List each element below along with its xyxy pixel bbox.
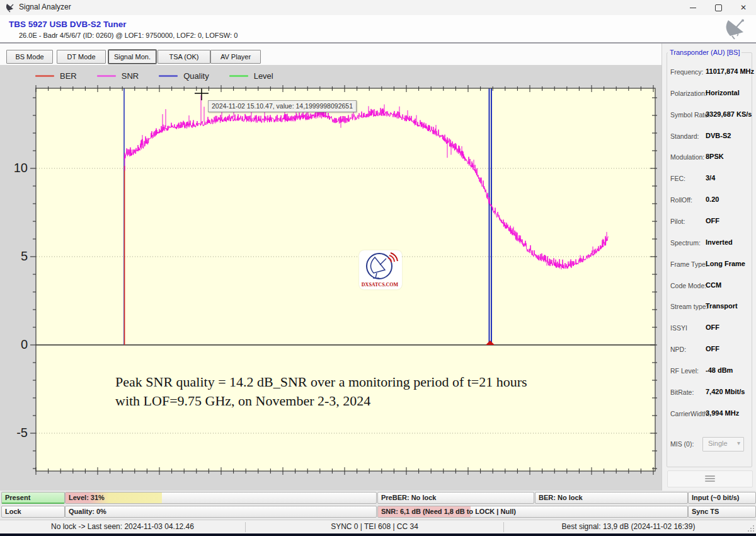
snr-monitoring-plot <box>0 65 662 491</box>
statusbar-best-signal: Best signal: 13,9 dB (2024-11-02 16:39) <box>504 520 753 534</box>
maximize-button[interactable] <box>706 0 731 15</box>
syncts-label: Sync TS <box>692 506 719 517</box>
minimize-icon <box>690 8 696 8</box>
signal-chart-region: BERSNRQualityLevel 1050-5 2024-11-02 15.… <box>0 65 662 491</box>
tab-signal-mon[interactable]: Signal Mon. <box>108 50 156 64</box>
header: TBS 5927 USB DVB-S2 Tuner 26.0E - Badr 4… <box>0 15 756 44</box>
window-bottom-edge <box>0 533 756 536</box>
satellite-dish-icon <box>722 16 750 40</box>
annotation-line-2: with LOF=9.75 GHz, on November 2-3, 2024 <box>115 392 527 411</box>
transponder-sidebar: Transponder (AU) [BS] Frequency:11017,87… <box>662 44 756 491</box>
field-value-carrierwidth: 3,994 MHz <box>706 409 739 417</box>
status-bar: No lock -> Last seen: 2024-11-03 04.12.4… <box>0 520 756 533</box>
field-label-modulation: Modulation: <box>670 153 704 161</box>
logo-text: DXSATCS.COM <box>362 282 399 288</box>
level-indicator: Level: 31% <box>65 492 377 504</box>
tab-tsa-ok[interactable]: TSA (OK) <box>158 50 210 64</box>
field-label-stream-type: Stream type: <box>670 303 708 310</box>
y-axis-label: 10 <box>5 161 28 175</box>
mis-row: MIS (0): Single ▾ <box>662 437 756 452</box>
statusbar-lock-status: No lock -> Last seen: 2024-11-03 04.12.4… <box>0 520 245 534</box>
signal-status-panel-area: PresentLevel: 31%PreBER: No lockBER: No … <box>0 491 756 520</box>
field-value-pilot: OFF <box>706 217 719 224</box>
resize-grip[interactable] <box>747 525 755 532</box>
field-value-symbol-rate: 3329,687 KS/s <box>706 110 752 118</box>
field-label-fec: FEC: <box>670 175 685 182</box>
input-indicator: Input (~0 bit/s) <box>688 492 756 504</box>
field-value-rf-level: -48 dBm <box>706 366 733 374</box>
maximize-icon <box>715 4 722 11</box>
lock-label: Lock <box>5 506 21 517</box>
y-axis-label: 5 <box>5 249 28 264</box>
field-value-rolloff: 0.20 <box>706 195 719 203</box>
tab-av-player[interactable]: AV Player <box>210 50 261 64</box>
statusbar-sync-status: SYNC 0 | TEI 608 | CC 34 <box>246 520 503 534</box>
field-label-rolloff: RollOff: <box>670 196 692 204</box>
snr-label: SNR: 6,1 dB (Need 1,8 dB to LOCK | Null) <box>381 506 516 517</box>
snr-indicator: SNR: 6,1 dB (Need 1,8 dB to LOCK | Null) <box>377 506 688 518</box>
peak-snr-annotation: Peak SNR quality = 14.2 dB_SNR over a mo… <box>115 373 527 411</box>
field-value-frame-type: Long Frame <box>706 260 745 267</box>
tab-bar: BS ModeDT ModeSignal Mon.TSA (OK)AV Play… <box>0 44 662 65</box>
close-button[interactable]: ✕ <box>731 0 756 15</box>
data-point-tooltip: 2024-11-02 15.10.47, value: 14,199999809… <box>208 100 357 112</box>
field-label-frequency: Frequency: <box>670 68 704 76</box>
tab-bs-mode[interactable]: BS Mode <box>6 50 53 64</box>
mis-dropdown[interactable]: Single ▾ <box>702 437 744 452</box>
field-label-spectrum: Spectrum: <box>670 239 701 247</box>
field-label-frame-type: Frame Type: <box>670 260 707 268</box>
mis-selected-value: Single <box>708 440 728 447</box>
field-value-npd: OFF <box>706 345 719 352</box>
sidebar-menu-button[interactable] <box>667 470 753 487</box>
tuner-title: TBS 5927 USB DVB-S2 Tuner <box>9 20 127 29</box>
field-label-polarization: Polarization: <box>670 90 707 97</box>
quality-indicator: Quality: 0% <box>65 506 377 518</box>
field-value-frequency: 11017,874 MHz <box>706 67 754 75</box>
tuner-subtitle: 26.0E - Badr 4/5/6/7 (ID: 0260) @ LOF1: … <box>19 32 238 39</box>
field-label-standard: Standard: <box>670 132 699 140</box>
close-icon: ✕ <box>740 3 747 12</box>
y-axis-label: 0 <box>5 337 28 352</box>
y-axis-label: -5 <box>5 426 28 440</box>
transponder-group-title: Transponder (AU) [BS] <box>668 49 742 56</box>
preber-indicator: PreBER: No lock <box>377 492 534 504</box>
field-label-npd: NPD: <box>670 346 686 353</box>
title-bar: Signal Analyzer ✕ <box>0 0 756 15</box>
field-label-bitrate: BitRate: <box>670 388 694 396</box>
field-value-modulation: 8PSK <box>706 153 724 160</box>
menu-icon <box>705 475 715 483</box>
field-value-bitrate: 7,420 Mbit/s <box>706 388 745 395</box>
field-label-carrierwidth: CarrierWidth: <box>670 410 709 417</box>
field-value-code-mode: CCM <box>706 281 721 289</box>
field-label-rf-level: RF Level: <box>670 367 699 375</box>
lock-indicator: Lock <box>1 506 65 518</box>
input-label: Input (~0 bit/s) <box>692 492 739 503</box>
field-value-polarization: Horizontal <box>706 89 740 96</box>
syncts-indicator: Sync TS <box>688 506 756 518</box>
field-value-issyi: OFF <box>706 323 719 331</box>
present-label: Present <box>5 492 30 503</box>
chevron-down-icon: ▾ <box>737 440 740 446</box>
field-label-symbol-rate: Symbol Rate: <box>670 111 710 119</box>
mis-label: MIS (0): <box>670 440 694 448</box>
field-value-stream-type: Transport <box>706 302 738 310</box>
field-label-issyi: ISSYI <box>670 324 687 332</box>
field-label-pilot: Pilot: <box>670 218 685 225</box>
field-value-fec: 3/4 <box>706 174 715 182</box>
satellite-dish-icon <box>5 3 15 13</box>
quality-label: Quality: 0% <box>69 506 106 517</box>
field-value-standard: DVB-S2 <box>706 132 731 139</box>
field-value-spectrum: Inverted <box>706 238 733 246</box>
annotation-line-1: Peak SNR quality = 14.2 dB_SNR over a mo… <box>115 373 527 392</box>
preber-label: PreBER: No lock <box>381 492 436 503</box>
ber-indicator: BER: No lock <box>535 492 688 504</box>
ber-label: BER: No lock <box>539 492 583 503</box>
dxsatcs-logo: DXSATCS.COM <box>359 250 402 289</box>
field-label-code-mode: Code Mode: <box>670 282 706 289</box>
present-indicator: Present <box>1 492 65 504</box>
tab-dt-mode[interactable]: DT Mode <box>57 50 106 64</box>
level-label: Level: 31% <box>69 492 105 503</box>
satellite-dish-logo-icon: DXSATCS.COM <box>359 250 402 289</box>
minimize-button[interactable] <box>680 0 706 15</box>
window-title: Signal Analyzer <box>19 3 71 11</box>
